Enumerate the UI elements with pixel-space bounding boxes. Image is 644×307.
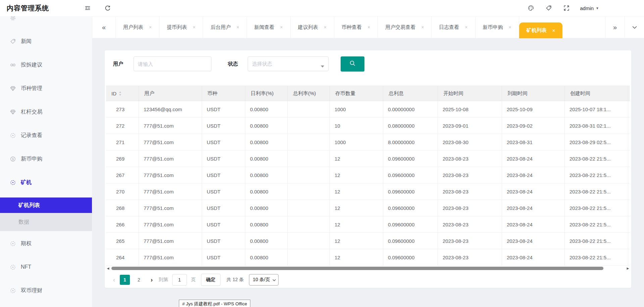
cell-日利率(%): 0.00800 xyxy=(245,101,288,117)
tab-close-icon[interactable]: × xyxy=(421,25,424,30)
cell-总利息: 0.09600000 xyxy=(383,216,438,232)
column-header-label: ID xyxy=(111,91,116,96)
tab-label: 新闻查看 xyxy=(254,24,275,31)
refresh-icon[interactable] xyxy=(104,5,111,11)
table-row: 272777@51.comUSDT0.00800100.080000002023… xyxy=(106,118,630,134)
sort-caret-icon[interactable] xyxy=(119,91,122,96)
goto-confirm-button[interactable]: 确定 xyxy=(201,274,220,286)
tab-bar: « 用户列表×提币列表×后台用户×新闻查看×建议列表×币种查看×用户交易查看×日… xyxy=(92,16,644,38)
cell-币种: USDT xyxy=(202,216,245,232)
tab-日志查看[interactable]: 日志查看× xyxy=(432,16,475,38)
content-card: 用户 状态 选择状态 ID用户币种日利率(%)总利率(%)存币数量总利息开始时间… xyxy=(105,50,631,288)
sidebar-item-投拆建议[interactable]: 投拆建议 xyxy=(0,53,92,77)
cell-总利息: 0.09600000 xyxy=(383,233,438,249)
scrollbar-track[interactable] xyxy=(110,267,626,270)
cell-用户: 777@51.com xyxy=(139,118,202,134)
sidebar-item-label: 双币理财 xyxy=(21,287,42,294)
tabs-scroll-left-button[interactable]: « xyxy=(92,16,116,38)
tabs-collapse-button[interactable] xyxy=(625,16,644,38)
sidebar-item-矿机[interactable]: 矿机 xyxy=(0,171,92,194)
sidebar-item-新闻[interactable]: 新闻 xyxy=(0,30,92,53)
sidebar-item-clipped[interactable] xyxy=(0,16,92,30)
tab-用户交易查看[interactable]: 用户交易查看× xyxy=(378,16,432,38)
cell-存币数量: 12 xyxy=(330,150,383,167)
tab-close-icon[interactable]: × xyxy=(509,25,511,30)
palette-icon[interactable] xyxy=(528,5,534,11)
sidebar-item-新币申购[interactable]: $新币申购 xyxy=(0,147,92,171)
tag-icon[interactable] xyxy=(545,5,552,11)
scroll-left-arrow[interactable]: ◀ xyxy=(106,266,110,270)
tab-币种查看[interactable]: 币种查看× xyxy=(334,16,378,38)
cell-存币数量: 12 xyxy=(330,249,383,265)
fullscreen-icon[interactable] xyxy=(563,5,570,11)
cell-总利息: 0.09600000 xyxy=(383,150,438,167)
collapse-menu-icon[interactable] xyxy=(84,5,91,11)
svg-text:$: $ xyxy=(12,157,14,161)
prev-page-button[interactable]: ‹ xyxy=(113,276,115,283)
tab-close-icon[interactable]: × xyxy=(552,28,555,33)
scroll-right-arrow[interactable]: ▶ xyxy=(626,266,630,270)
tabs-spacer xyxy=(562,16,605,38)
cell-创建时间: 2023-08-31 02:1... xyxy=(565,118,628,134)
cell-总利率(%) xyxy=(288,216,330,232)
table-row: 264777@51.comUSDT0.00800120.096000002023… xyxy=(106,249,630,266)
cell-币种: USDT xyxy=(202,233,245,249)
tab-建议列表[interactable]: 建议列表× xyxy=(291,16,334,38)
cell-ID: 264 xyxy=(106,249,139,265)
column-header-ID: ID xyxy=(106,86,139,101)
cell-开始时间: 2023-08-30 xyxy=(438,134,502,150)
cell-日利率(%): 0.00800 xyxy=(245,200,288,216)
goto-page-input[interactable] xyxy=(172,274,187,286)
tab-close-icon[interactable]: × xyxy=(193,25,195,30)
tab-提币列表[interactable]: 提币列表× xyxy=(159,16,203,38)
page-size-select[interactable]: 10 条/页 xyxy=(249,274,278,286)
tab-矿机列表[interactable]: 矿机列表× xyxy=(519,23,562,38)
page-number-1[interactable]: 1 xyxy=(120,275,130,285)
cell-总利息: 0.09600000 xyxy=(383,167,438,183)
user-menu[interactable]: admin ▼ xyxy=(580,5,599,11)
cell-总利率(%) xyxy=(288,134,330,150)
table-body: 273123456@qq.comUSDT0.0080010000.0000000… xyxy=(106,101,630,266)
tab-close-icon[interactable]: × xyxy=(280,25,283,30)
cell-ID: 268 xyxy=(106,200,139,216)
sidebar-subitem-矿机列表[interactable]: 矿机列表 xyxy=(0,198,92,213)
sidebar-subitem-数据[interactable]: 数据 xyxy=(0,213,92,231)
sidebar-item-NFT[interactable]: NFT xyxy=(0,255,92,279)
scrollbar-thumb[interactable] xyxy=(111,267,603,270)
sidebar-item-杠杆交易[interactable]: 杠杆交易 xyxy=(0,100,92,124)
tab-后台用户[interactable]: 后台用户× xyxy=(203,16,247,38)
cell-日利率(%): 0.00800 xyxy=(245,183,288,200)
cell-ID: 270 xyxy=(106,183,139,200)
next-page-button[interactable]: › xyxy=(151,276,153,283)
cell-用户: 777@51.com xyxy=(139,134,202,150)
tab-close-icon[interactable]: × xyxy=(465,25,467,30)
tabs-scroll-right-button[interactable]: » xyxy=(605,16,625,38)
cell-币种: USDT xyxy=(202,249,245,265)
status-filter-select[interactable]: 选择状态 xyxy=(248,56,329,71)
search-button[interactable] xyxy=(341,56,364,72)
user-filter-input[interactable] xyxy=(134,56,211,71)
cell-总利率(%) xyxy=(288,167,330,183)
tab-close-icon[interactable]: × xyxy=(149,25,152,30)
pagination: ‹ 12 › 到第 页 确定 共 12 条 10 条/页 xyxy=(113,274,279,286)
tab-新闻查看[interactable]: 新闻查看× xyxy=(247,16,291,38)
tab-新币申购[interactable]: 新币申购× xyxy=(476,16,519,38)
cell-存币数量: 1000 xyxy=(330,101,383,117)
sidebar: 新闻投拆建议币种管理杠杆交易记录查看$新币申购矿机矿机列表数据期权NFT双币理财 xyxy=(0,16,92,307)
table-row: 271777@51.comUSDT0.0080010008.0000000020… xyxy=(106,134,630,150)
tab-close-icon[interactable]: × xyxy=(324,25,327,30)
sidebar-item-label: NFT xyxy=(21,264,31,270)
tab-close-icon[interactable]: × xyxy=(236,25,239,30)
cell-用户: 777@51.com xyxy=(139,200,202,216)
sidebar-item-双币理财[interactable]: 双币理财 xyxy=(0,279,92,302)
tab-用户列表[interactable]: 用户列表× xyxy=(116,16,159,38)
sidebar-item-币种管理[interactable]: 币种管理 xyxy=(0,77,92,100)
sidebar-item-记录查看[interactable]: 记录查看 xyxy=(0,124,92,147)
cell-币种: USDT xyxy=(202,101,245,117)
total-count-label: 共 12 条 xyxy=(227,277,244,283)
page-number-2[interactable]: 2 xyxy=(134,275,144,285)
cell-日利率(%): 0.00800 xyxy=(245,249,288,265)
sidebar-item-期权[interactable]: 期权 xyxy=(0,232,92,255)
tab-close-icon[interactable]: × xyxy=(367,25,370,30)
cell-总利息: 8.00000000 xyxy=(383,134,438,150)
